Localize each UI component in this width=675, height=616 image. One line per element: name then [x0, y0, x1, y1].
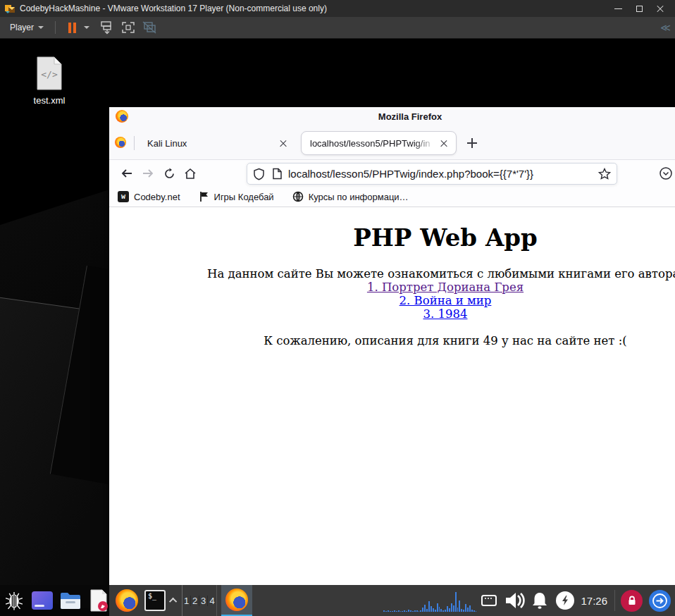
shield-icon — [253, 168, 265, 180]
forward-arrow-icon — [142, 168, 154, 179]
bookmark-label: Курсы по информаци… — [309, 192, 409, 202]
toolbar-divider — [55, 21, 56, 34]
vm-close-button[interactable] — [650, 1, 671, 16]
book-link-3[interactable]: 3. 1984 — [109, 307, 675, 321]
suspend-options-caret-icon[interactable] — [84, 26, 89, 29]
player-menu-label: Player — [10, 23, 34, 32]
vmware-toolbar: Player ≪ — [0, 17, 675, 39]
workspace-3[interactable]: 3 — [199, 596, 208, 606]
file-manager-launcher[interactable] — [56, 585, 85, 616]
terminal-icon: $_ — [144, 590, 166, 611]
page-info-icon — [272, 168, 283, 180]
forward-button — [137, 163, 159, 184]
panel-expand-button[interactable] — [169, 585, 179, 616]
book-link-1[interactable]: 1. Портрет Дориана Грея — [109, 281, 675, 294]
unity-mode-icon — [99, 20, 115, 35]
tab-close-icon[interactable] — [277, 137, 290, 149]
book-links: 1. Портрет Дориана Грея 2. Война и мир 3… — [109, 281, 675, 321]
workspace-pager: 1 2 3 4 — [182, 585, 217, 616]
vmware-titlebar: CodebyHackMashine - VMware Workstation 1… — [0, 0, 675, 17]
desktop-file-test-xml[interactable]: </> test.xml — [21, 56, 78, 106]
tray-divider — [614, 590, 615, 611]
power-icon — [556, 591, 574, 610]
speaker-icon — [504, 591, 525, 610]
terminal-launcher[interactable]: $_ — [141, 585, 169, 616]
page-title: PHP Web App — [109, 223, 675, 252]
tab-label: localhost/lesson5/PHPTwig/in — [310, 138, 438, 149]
workspace-1[interactable]: 1 — [182, 596, 191, 606]
fullscreen-icon — [120, 20, 136, 35]
display-icon — [481, 593, 497, 608]
workspace-2[interactable]: 2 — [191, 596, 199, 606]
firefox-logo-icon — [116, 110, 128, 123]
tab-divider — [134, 136, 135, 150]
logout-arrow-icon — [651, 592, 669, 610]
url-bar[interactable]: localhost/lesson5/PHPTwig/index.php?book… — [247, 163, 617, 185]
firefox-window-task-button[interactable] — [221, 585, 252, 616]
book-link-2[interactable]: 2. Война и мир — [109, 294, 675, 307]
bookmark-star-icon[interactable] — [598, 168, 611, 180]
navigation-bar: localhost/lesson5/PHPTwig/index.php?book… — [109, 160, 675, 187]
tab-localhost-active[interactable]: localhost/lesson5/PHPTwig/in — [301, 131, 457, 155]
logout-button[interactable] — [649, 590, 671, 612]
firefox-launcher[interactable] — [113, 585, 141, 616]
power-manager-tray[interactable] — [552, 585, 578, 616]
pause-icon — [68, 23, 76, 33]
home-button[interactable] — [180, 163, 201, 184]
fullscreen-button[interactable] — [119, 19, 137, 36]
vm-maximize-button[interactable] — [628, 1, 650, 16]
send-ctrl-alt-del-button[interactable] — [98, 19, 116, 36]
new-tab-button[interactable] — [464, 135, 481, 152]
lock-icon — [627, 596, 637, 606]
monitors-disabled-icon — [142, 20, 157, 35]
xml-file-icon: </> — [35, 56, 64, 91]
text-editor-icon — [88, 589, 109, 612]
bookmarks-toolbar: w Codeby.net Игры Кодебай Курсы по инф — [109, 187, 675, 207]
show-desktop-button[interactable] — [28, 585, 56, 616]
network-monitor-graph[interactable] — [383, 589, 476, 612]
desktop-pager-icon — [32, 591, 53, 610]
web-page-content: PHP Web App На данном сайте Вы можете оз… — [109, 207, 675, 616]
reload-button[interactable] — [159, 163, 180, 184]
text-editor-launcher[interactable] — [85, 585, 113, 616]
kali-taskbar: $_ 1 2 3 4 — [0, 585, 675, 616]
lock-screen-button[interactable] — [621, 590, 643, 612]
back-button[interactable] — [116, 163, 137, 184]
desktop-icon-label: test.xml — [21, 95, 78, 106]
error-message-text: К сожалению, описания для книги 49 у нас… — [109, 334, 675, 347]
reload-icon — [163, 168, 175, 180]
applications-menu-button[interactable] — [0, 585, 28, 616]
notifications-tray[interactable] — [527, 585, 552, 616]
bookmark-codeby[interactable]: w Codeby.net — [118, 191, 180, 202]
vm-minimize-button[interactable] — [607, 1, 628, 16]
multiple-monitors-button — [140, 19, 159, 36]
flag-icon — [199, 191, 209, 202]
kali-dragon-icon — [2, 589, 26, 612]
url-input[interactable]: localhost/lesson5/PHPTwig/index.php?book… — [288, 168, 598, 180]
firefox-logo-icon — [225, 589, 248, 611]
player-menu-button[interactable]: Player — [6, 20, 48, 35]
tab-kali-linux[interactable]: Kali Linux — [139, 131, 295, 155]
vmware-window-title: CodebyHackMashine - VMware Workstation 1… — [20, 4, 607, 13]
svg-text:</>: </> — [41, 69, 58, 80]
chevron-up-icon — [169, 598, 177, 605]
tab-close-icon[interactable] — [438, 137, 450, 149]
bookmark-courses[interactable]: Курсы по информаци… — [292, 191, 409, 202]
clock[interactable]: 17:26 — [581, 595, 607, 607]
firefox-view-button[interactable] — [115, 137, 126, 148]
globe-icon — [292, 191, 304, 202]
bookmark-games[interactable]: Игры Кодебай — [199, 191, 274, 202]
back-arrow-icon — [120, 168, 133, 179]
workspace-4[interactable]: 4 — [208, 596, 216, 606]
volume-tray[interactable] — [502, 585, 527, 616]
folder-icon — [59, 591, 82, 610]
display-settings-tray[interactable] — [476, 585, 502, 616]
intro-text: На данном сайте Вы можете ознакомиться с… — [109, 267, 675, 281]
codeby-favicon: w — [118, 191, 129, 202]
firefox-window: Mozilla Firefox Kali Linux localhost/les… — [109, 107, 675, 616]
pocket-save-button[interactable] — [659, 166, 673, 183]
home-icon — [184, 168, 197, 180]
firefox-titlebar[interactable]: Mozilla Firefox — [109, 107, 675, 126]
toolbar-collapse-button[interactable]: ≪ — [660, 22, 669, 33]
suspend-vm-button[interactable] — [63, 19, 81, 36]
